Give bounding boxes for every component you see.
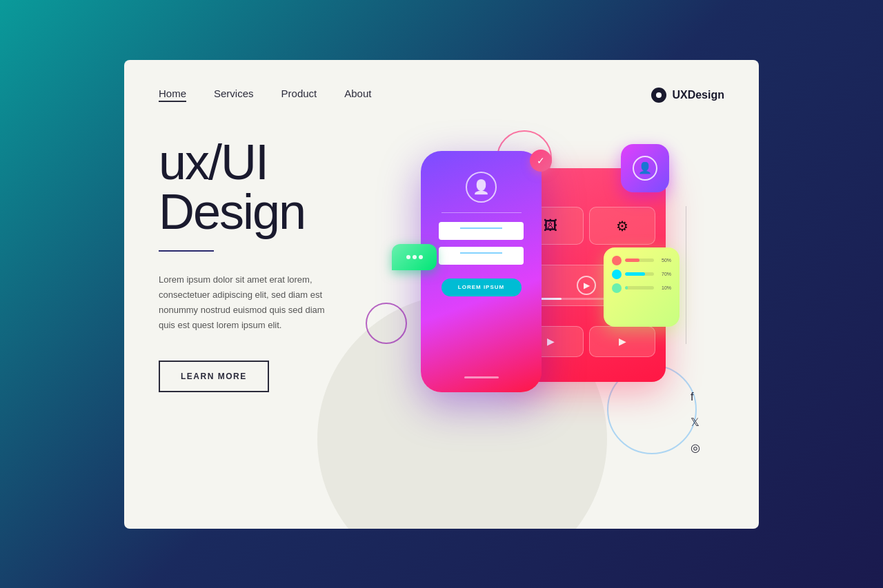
main-content: ux/UI Design Lorem ipsum dolor sit amet … [124, 103, 759, 509]
chat-dot-2 [413, 255, 417, 259]
stat-label-2: 70% [657, 272, 671, 276]
check-badge: ✓ [530, 150, 552, 172]
image-icon: 🖼 [544, 218, 557, 234]
vertical-divider [686, 206, 686, 344]
instagram-icon[interactable]: ◎ [691, 441, 700, 454]
stat-bar-3 [625, 286, 654, 290]
tablet-play-2[interactable]: ▶ [589, 326, 655, 357]
stat-row-1: 50% [612, 256, 671, 265]
phone-field-2 [439, 247, 524, 265]
phone-cta-button[interactable]: LOREM IPSUM [442, 278, 522, 296]
hero-title: ux/UI Design [159, 137, 379, 236]
stat-bar-2 [625, 272, 654, 276]
chat-bubble [392, 244, 437, 270]
stats-card: 50% 70% 10% [604, 247, 679, 327]
logo-icon [651, 88, 666, 103]
phone-hr [442, 212, 522, 213]
stat-label-1: 50% [657, 258, 671, 263]
main-card: Home Services Product About UXDesign ux/… [124, 60, 759, 529]
learn-more-button[interactable]: LEARN MORE [159, 361, 269, 392]
stat-label-3: 10% [657, 285, 671, 290]
stat-bar-1 [625, 258, 654, 262]
nav-about[interactable]: About [344, 88, 371, 102]
left-panel: ux/UI Design Lorem ipsum dolor sit amet … [159, 123, 379, 509]
gear-icon: ⚙ [616, 218, 628, 234]
social-icons: f 𝕏 ◎ [691, 391, 700, 454]
stat-circle-2 [612, 270, 622, 279]
navbar: Home Services Product About UXDesign [124, 60, 759, 103]
profile-icon: 👤 [633, 156, 657, 181]
stat-circle-1 [612, 256, 622, 265]
twitter-icon[interactable]: 𝕏 [691, 416, 700, 429]
logo-text: UXDesign [672, 89, 724, 101]
description: Lorem ipsum dolor sit amet erat lorem, c… [159, 272, 338, 333]
stat-circle-3 [612, 283, 622, 293]
divider [159, 250, 214, 252]
stat-bar-fill-3 [625, 286, 628, 290]
stat-row-3: 10% [612, 283, 671, 293]
phone-mockup: LOREM IPSUM [421, 151, 542, 392]
phone-user-icon [466, 172, 497, 203]
tablet-cell-gear: ⚙ [589, 207, 655, 245]
nav-home[interactable]: Home [159, 88, 186, 102]
phone-bottom-bar [464, 376, 499, 378]
stat-row-2: 70% [612, 270, 671, 279]
phone-field-1 [439, 222, 524, 240]
phone-field-line-1 [460, 227, 503, 229]
hero-title-line2: Design [159, 184, 305, 239]
profile-badge: 👤 [621, 144, 669, 192]
stat-bar-fill-1 [625, 258, 639, 262]
stat-bar-fill-2 [625, 272, 645, 276]
chat-dot-3 [419, 255, 423, 259]
hero-title-line1: ux/UI [159, 134, 268, 190]
nav-services[interactable]: Services [214, 88, 254, 102]
nav-links: Home Services Product About [159, 88, 371, 102]
chat-dot-1 [406, 255, 410, 259]
logo: UXDesign [651, 88, 724, 103]
phone-field-line-2 [460, 252, 503, 254]
play-button[interactable]: ▶ [577, 276, 596, 295]
deco-circle-purple [366, 303, 407, 344]
facebook-icon[interactable]: f [691, 391, 700, 403]
right-panel: 🖼 ⚙ ▶ ▶ ▶ [379, 123, 724, 509]
nav-product[interactable]: Product [281, 88, 317, 102]
